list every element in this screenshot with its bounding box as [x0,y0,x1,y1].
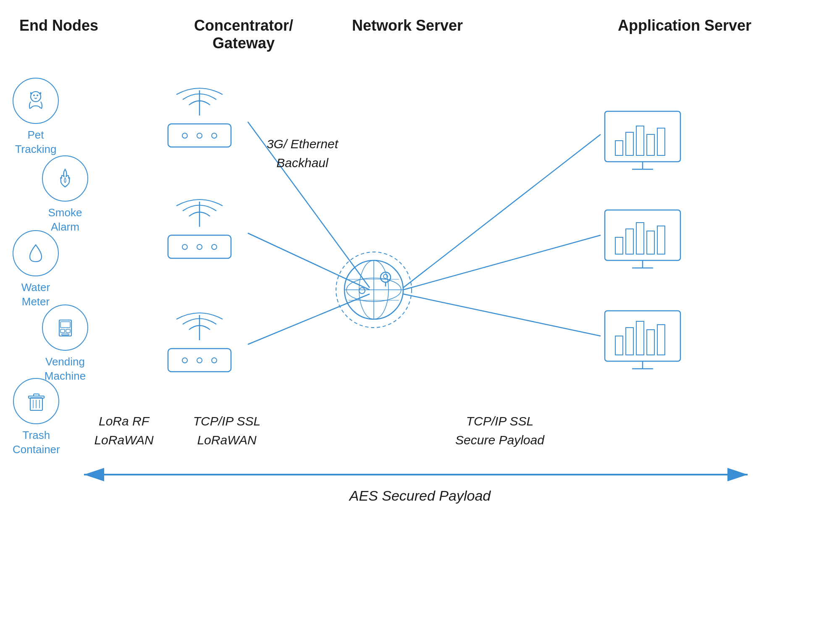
svg-rect-60 [626,229,633,254]
svg-point-30 [197,244,202,249]
svg-line-4 [403,235,601,290]
header-network-server: Network Server [328,17,487,34]
svg-rect-16 [62,334,69,335]
svg-rect-14 [60,329,65,333]
svg-rect-62 [647,231,654,254]
svg-rect-53 [636,126,644,155]
monitor-icon-1 [601,107,685,174]
tcpip-right-label: TCP/IP SSL Secure Payload [445,412,554,449]
svg-rect-69 [636,321,644,355]
globe-container [323,235,424,338]
globe-icon [323,235,424,336]
header-end-nodes: End Nodes [0,17,118,34]
gateway-3 [155,307,244,382]
svg-rect-13 [60,322,70,328]
svg-line-5 [403,294,601,336]
end-node-vending-machine: VendingMachine [42,304,88,383]
end-node-trash-container: TrashContainer [13,378,60,457]
svg-rect-63 [657,226,665,254]
end-node-water-meter: WaterMeter [13,230,59,309]
svg-rect-23 [168,124,231,147]
svg-rect-28 [168,235,231,258]
svg-rect-71 [657,325,665,355]
svg-rect-55 [657,128,665,155]
app-server-monitor-1 [601,107,685,176]
svg-point-34 [182,358,187,363]
header-gateway: Concentrator/ Gateway [176,17,311,52]
app-server-monitor-2 [601,206,685,275]
svg-rect-48 [605,111,680,162]
vending-icon [52,314,79,341]
trash-icon [23,388,50,415]
svg-point-24 [182,133,187,138]
vending-machine-circle [42,304,88,351]
pet-tracking-label: Pet Tracking [15,128,57,157]
svg-rect-18 [29,396,44,398]
smoke-icon [52,165,79,192]
trash-container-label: TrashContainer [13,428,60,457]
svg-rect-56 [605,210,680,260]
svg-rect-33 [168,349,231,372]
end-node-smoke-alarm: SmokeAlarm [42,155,88,234]
tcpip-left-label: TCP/IP SSL LoRaWAN [181,412,273,449]
header-app-server: Application Server [567,17,802,34]
svg-point-29 [182,244,187,249]
router-icon-1 [155,82,244,155]
trash-container-circle [13,378,59,424]
router-icon-3 [155,307,244,380]
aes-payload-label: AES Secured Payload [252,485,588,507]
monitor-icon-2 [601,206,685,273]
svg-rect-68 [626,328,633,355]
gateway-2 [155,193,244,268]
svg-point-31 [212,244,217,249]
monitor-icon-3 [601,307,685,374]
svg-point-47 [359,288,365,294]
svg-point-35 [197,358,202,363]
svg-point-45 [381,272,391,282]
svg-rect-15 [66,329,70,333]
app-server-monitor-3 [601,307,685,375]
diagram-container: End Nodes Concentrator/ Gateway Network … [0,0,840,630]
backhaul-label: 3G/ Ethernet Backhaul [260,134,344,172]
svg-line-3 [403,134,601,288]
end-node-pet-tracking: Pet Tracking [13,78,59,157]
svg-rect-54 [647,134,654,155]
pet-tracking-circle [13,78,59,124]
pet-icon [22,87,50,115]
svg-rect-67 [615,336,623,355]
svg-point-26 [212,133,217,138]
svg-rect-70 [647,330,654,355]
svg-rect-51 [615,141,623,155]
gateway-1 [155,82,244,157]
svg-point-36 [212,358,217,363]
water-icon [22,240,50,267]
svg-point-11 [37,94,38,96]
lora-rf-label: LoRa RF LoRaWAN [78,412,170,449]
svg-point-10 [33,94,35,96]
svg-rect-52 [626,132,633,155]
svg-point-25 [197,133,202,138]
smoke-alarm-circle [42,155,88,202]
svg-point-9 [31,92,41,102]
router-icon-2 [155,193,244,267]
svg-rect-59 [615,237,623,254]
svg-rect-61 [636,223,644,254]
water-meter-circle [13,230,59,276]
